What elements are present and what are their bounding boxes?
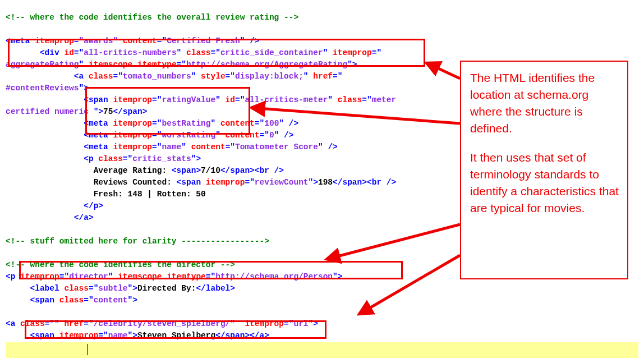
highlighted-bottom-line <box>6 342 638 358</box>
code-block: <!-- where the code identifies the overa… <box>6 0 460 353</box>
callout-paragraph-2: It then uses that set of terminology sta… <box>470 149 619 217</box>
callout-box: The HTML identifies the location at sche… <box>460 61 628 279</box>
text-cursor <box>87 344 88 355</box>
callout-paragraph-1: The HTML identifies the location at sche… <box>470 70 619 137</box>
comment-text: <!-- where the code identifies the overa… <box>6 13 298 22</box>
